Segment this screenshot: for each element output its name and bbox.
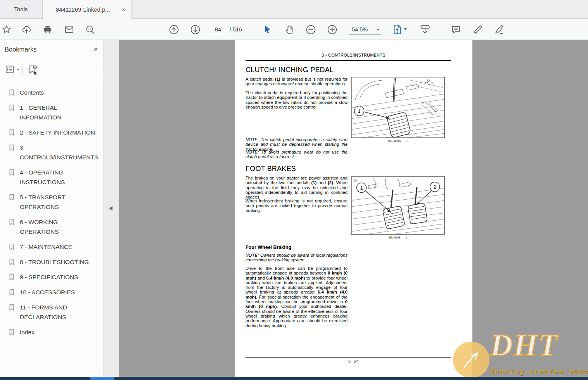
locate-bookmark-icon xyxy=(27,64,39,76)
pdf-page: 3 - CONTROLS/INSTRUMENTS CLUTCH/ INCHING… xyxy=(235,40,472,377)
zoom-in-button[interactable] xyxy=(326,23,338,36)
bookmarks-toolbar xyxy=(0,59,103,80)
bookmarks-title: Bookmarks xyxy=(5,46,37,53)
bookmarks-toolbar-separator xyxy=(22,63,22,76)
bookmark-icon xyxy=(9,129,15,136)
bookmark-icon xyxy=(9,288,15,296)
page-number-input[interactable]: 84 xyxy=(211,25,225,34)
bookmark-item-index[interactable]: Index xyxy=(9,327,101,337)
select-tool-button[interactable] xyxy=(261,23,274,36)
figure2-callout-2: 2 xyxy=(434,185,436,190)
bookmark-item-specifications[interactable]: 9 - SPECIFICATIONS xyxy=(9,272,101,282)
tab-document[interactable]: 84411269-Linked p... × xyxy=(42,0,132,19)
zoom-out-button[interactable] xyxy=(304,23,317,36)
bookmark-item-maintenance[interactable]: 7 - MAINTENANCE xyxy=(9,242,101,252)
footer-rule xyxy=(246,357,451,358)
bookmark-icon xyxy=(9,89,15,97)
page-footer-number: 3 - 24 xyxy=(235,359,472,364)
bookmark-item-transport-operations[interactable]: 5 - TRANSPORT OPERATIONS xyxy=(9,192,101,212)
envelope-icon xyxy=(64,24,74,35)
bookmark-item-accessories[interactable]: 10 - ACCESSORIES xyxy=(9,287,101,297)
fit-page-chevron-icon[interactable] xyxy=(404,28,407,30)
bookmark-item-controls-instruments[interactable]: 3 - CONTROLS/INSTRUMENTS xyxy=(9,143,101,162)
arrow-down-circle-icon xyxy=(190,24,201,35)
star-icon xyxy=(2,24,12,35)
hand-tool-button[interactable] xyxy=(283,23,296,36)
print-button[interactable] xyxy=(41,23,54,36)
scroll-mode-button[interactable] xyxy=(419,23,431,36)
chevron-down-icon xyxy=(17,69,20,70)
bookmark-icon xyxy=(9,104,15,112)
share-upload-button[interactable] xyxy=(20,23,33,36)
hand-icon xyxy=(284,24,295,35)
clutch-pedal-illustration: 1 xyxy=(351,77,445,138)
section-heading-clutch: CLUTCH/ INCHING PEDAL xyxy=(246,66,334,74)
minus-circle-icon xyxy=(305,24,316,35)
figure2-caption-number: 1 xyxy=(406,236,408,239)
bookmark-item-contents[interactable]: Contents xyxy=(9,88,101,97)
bookmark-item-troubleshooting[interactable]: 8 - TROUBLESHOOTING xyxy=(9,257,101,267)
tab-tools[interactable]: Tools xyxy=(0,0,42,19)
bookmark-icon xyxy=(9,144,15,152)
bookmarks-header: Bookmarks × xyxy=(0,40,103,59)
bookmark-item-forms-declarations[interactable]: 11 - FORMS AND DECLARATIONS xyxy=(9,302,101,322)
toolbar-separator xyxy=(443,22,443,36)
bookmark-icon xyxy=(9,193,15,201)
figure1-caption-number: 1 xyxy=(406,140,408,142)
cloud-upload-icon xyxy=(21,24,32,35)
favorites-star-button[interactable] xyxy=(0,23,13,36)
document-viewport[interactable]: 3 - CONTROLS/INSTRUMENTS CLUTCH/ INCHING… xyxy=(119,40,588,377)
page-total-label: / 516 xyxy=(230,26,242,33)
figure2-caption-id: BRJ4962B xyxy=(389,236,401,239)
bookmark-icon xyxy=(9,304,15,311)
cursor-arrow-icon xyxy=(263,24,273,35)
bookmark-item-general-information[interactable]: 1 - GENERAL INFORMATION xyxy=(9,103,101,122)
header-rule xyxy=(246,60,451,61)
sign-pen-icon xyxy=(494,24,505,35)
bookmark-item-operating-instructions[interactable]: 4 - OPERATING INSTRUCTIONS xyxy=(9,168,101,187)
plus-circle-icon xyxy=(327,24,338,35)
foot-brakes-paragraph-1: The brakes on your tractor are power ass… xyxy=(246,176,348,199)
comment-button[interactable] xyxy=(450,23,462,36)
figure1-callout-1: 1 xyxy=(358,109,361,114)
zoom-level-value: 54.5% xyxy=(352,26,368,33)
watermark-arrow-icon xyxy=(460,348,483,371)
clutch-paragraph-2: The clutch pedal is required only for po… xyxy=(246,90,348,109)
clutch-note-2: NOTE: To avoid premature wear do not use… xyxy=(246,150,348,159)
sidebar-collapse-strip xyxy=(104,40,119,377)
figure1-caption-id: BSG6635A xyxy=(388,140,401,142)
watermark-circle xyxy=(453,342,489,378)
figure1-caption: BSG6635A1 xyxy=(351,140,445,142)
highlight-pencil-button[interactable] xyxy=(472,23,484,36)
four-wheel-braking-paragraph: Drive to the front axle can be programme… xyxy=(246,266,348,328)
fill-sign-button[interactable] xyxy=(493,23,505,36)
search-button[interactable] xyxy=(84,23,96,36)
watermark-tagline: Sharing creates success xyxy=(489,368,588,376)
zoom-level-dropdown[interactable]: 54.5% xyxy=(349,25,381,35)
fit-page-button[interactable] xyxy=(391,23,403,36)
bookmark-icon xyxy=(9,328,15,336)
toolbar-separator xyxy=(253,22,253,36)
collapse-sidebar-button[interactable] xyxy=(109,206,112,211)
pencil-icon xyxy=(472,24,483,35)
subheading-four-wheel-braking: Four Wheel Braking xyxy=(246,245,291,250)
figure-foot-brakes: 1 2 xyxy=(351,176,445,235)
bookmark-icon xyxy=(9,258,15,266)
watermark-logo: DHT xyxy=(490,330,558,361)
previous-page-button[interactable] xyxy=(168,23,180,36)
bookmarks-close-icon[interactable]: × xyxy=(93,45,98,54)
clutch-paragraph-1: A clutch pedal (1) is provided but is no… xyxy=(246,77,348,86)
tab-close-icon[interactable]: × xyxy=(121,6,126,13)
bookmarks-list: Contents 1 - GENERAL INFORMATION 2 - SAF… xyxy=(0,80,103,337)
bookmark-item-safety-information[interactable]: 2 - SAFETY INFORMATION xyxy=(9,128,101,137)
next-page-button[interactable] xyxy=(189,23,201,36)
bookmarks-options-button[interactable] xyxy=(5,64,20,74)
section-heading-foot-brakes: FOOT BRAKES xyxy=(246,165,296,173)
bottom-bar-highlight xyxy=(90,377,114,380)
bookmark-icon xyxy=(9,273,15,281)
find-current-bookmark-button[interactable] xyxy=(27,64,39,76)
running-header: 3 - CONTROLS/INSTRUMENTS xyxy=(235,53,472,57)
search-icon xyxy=(85,24,95,35)
bookmark-item-working-operations[interactable]: 6 - WORKING OPERATIONS xyxy=(9,217,101,237)
email-button[interactable] xyxy=(63,23,75,36)
